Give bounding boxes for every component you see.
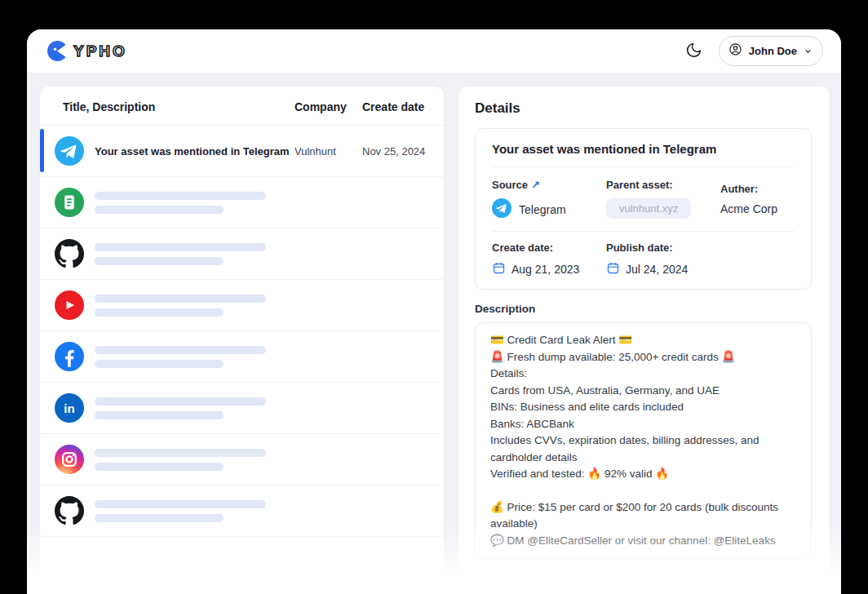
alert-title: Your asset was mentioned in Telegram xyxy=(95,145,294,157)
details-panel: Details Your asset was mentioned in Tele… xyxy=(458,86,830,594)
description-line: Cards from USA, Australia, Germany, and … xyxy=(490,383,796,400)
instagram-icon xyxy=(55,445,84,474)
alerts-list: Your asset was mentioned in Telegram Vul… xyxy=(40,126,444,537)
skeleton-bar xyxy=(95,308,224,317)
alert-row[interactable] xyxy=(40,280,444,331)
alert-title xyxy=(95,397,294,419)
description-line: 💬 DM @EliteCardSeller or visit our chann… xyxy=(490,533,796,550)
create-date-label: Create date: xyxy=(492,242,606,254)
alert-company: Vulnhunt xyxy=(294,145,362,157)
selected-row-indicator xyxy=(40,129,44,172)
facebook-icon xyxy=(55,342,84,371)
skeleton-bar xyxy=(95,346,266,354)
github-icon xyxy=(55,239,84,268)
detail-card: Your asset was mentioned in Telegram Sou… xyxy=(475,128,812,290)
alert-title xyxy=(95,243,294,265)
alert-row[interactable] xyxy=(40,177,444,228)
source-value[interactable]: Telegram xyxy=(492,198,606,220)
logo-fish-icon xyxy=(46,40,69,62)
brand-logo: YPHO xyxy=(46,40,127,62)
col-company: Company xyxy=(294,100,362,113)
source-label: Source↗ xyxy=(492,179,606,191)
skeleton-bar xyxy=(95,243,266,251)
description-label: Description xyxy=(475,303,812,315)
skeleton-bar xyxy=(95,192,266,200)
create-date-value: Aug 21, 2023 xyxy=(492,261,606,277)
user-avatar-icon xyxy=(728,42,742,60)
col-create-date: Create date xyxy=(362,100,444,113)
description-line: Verified and tested: 🔥 92% valid 🔥 xyxy=(490,466,796,483)
alert-title xyxy=(95,192,294,214)
youtube-icon xyxy=(55,290,84,320)
moon-icon xyxy=(685,42,702,61)
github-icon xyxy=(55,496,84,525)
description-line xyxy=(490,483,796,499)
alert-date: Nov 25, 2024 xyxy=(362,145,444,157)
calendar-icon xyxy=(492,261,506,277)
svg-text:in: in xyxy=(64,401,74,415)
skeleton-bar xyxy=(95,463,224,471)
alerts-panel: Title, Description Company Create date Y… xyxy=(39,86,445,594)
user-menu[interactable]: John Doe xyxy=(719,36,823,66)
app-header: YPHO John Doe xyxy=(27,29,841,73)
telegram-icon xyxy=(55,136,84,166)
publish-date-label: Publish date: xyxy=(606,242,795,254)
skeleton-bar xyxy=(95,257,224,265)
skeleton-bar xyxy=(95,295,266,303)
description-line: 💰 Price: $15 per card or $200 for 20 car… xyxy=(490,499,796,533)
alert-title xyxy=(95,500,294,522)
document-green-icon xyxy=(55,188,84,217)
author-value: Acme Corp xyxy=(720,202,795,215)
description-line: Banks: ABCBank xyxy=(490,416,796,433)
calendar-icon xyxy=(606,261,620,277)
description-line: 🚨 Fresh dump available: 25,000+ credit c… xyxy=(490,349,796,366)
col-title-description: Title, Description xyxy=(63,100,294,113)
alert-row[interactable] xyxy=(40,434,444,485)
linkedin-icon: in xyxy=(55,393,84,423)
alerts-table-header: Title, Description Company Create date xyxy=(40,86,444,126)
skeleton-bar xyxy=(95,360,224,368)
telegram-icon xyxy=(492,198,512,220)
skeleton-bar xyxy=(95,206,224,214)
external-link-icon[interactable]: ↗ xyxy=(531,179,540,191)
description-line: Includes CVVs, expiration dates, billing… xyxy=(490,432,796,466)
details-heading: Details xyxy=(475,100,812,117)
alert-row[interactable] xyxy=(40,485,444,537)
description-line: BINs: Business and elite cards included xyxy=(490,399,796,416)
alert-row[interactable]: Your asset was mentioned in Telegram Vul… xyxy=(40,126,444,177)
skeleton-bar xyxy=(95,514,224,522)
user-name: John Doe xyxy=(749,45,797,57)
skeleton-bar xyxy=(95,500,266,508)
logo-text: YPHO xyxy=(73,42,127,60)
app-window: YPHO John Doe xyxy=(27,29,841,594)
publish-date-value: Jul 24, 2024 xyxy=(606,261,795,277)
author-label: Auther: xyxy=(720,183,795,195)
parent-asset-label: Parent asset: xyxy=(606,179,720,191)
description-card: 💳 Credit Card Leak Alert 💳🚨 Fresh dump a… xyxy=(475,322,812,559)
alert-row[interactable]: in xyxy=(40,383,444,434)
skeleton-bar xyxy=(95,449,266,457)
skeleton-bar xyxy=(95,411,224,419)
alert-row[interactable] xyxy=(40,331,444,383)
description-line: Details: xyxy=(490,366,796,383)
skeleton-bar xyxy=(95,397,266,406)
detail-title: Your asset was mentioned in Telegram xyxy=(492,142,795,167)
dark-mode-toggle[interactable] xyxy=(684,42,704,61)
alert-row[interactable] xyxy=(40,228,444,280)
chevron-down-icon xyxy=(804,44,813,59)
keywords-label: Keywords xyxy=(475,572,812,584)
alert-title xyxy=(95,346,294,368)
alert-title xyxy=(95,449,294,471)
parent-asset-chip: vulnhunt.xyz xyxy=(606,198,691,219)
alert-title xyxy=(95,295,294,317)
description-line: 💳 Credit Card Leak Alert 💳 xyxy=(490,332,796,349)
